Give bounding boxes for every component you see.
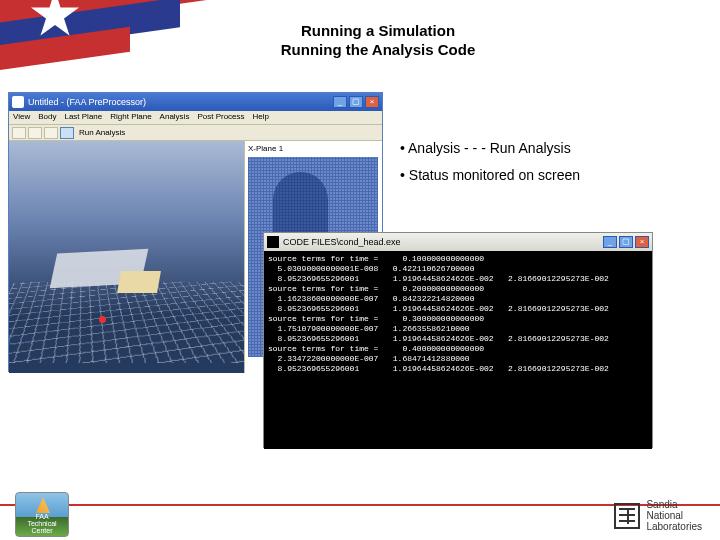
console-window: CODE FILES\cond_head.exe _ ▢ × source te…	[263, 232, 653, 448]
console-icon	[267, 236, 279, 248]
geometry-surface	[117, 271, 161, 293]
logo-text: Center	[16, 527, 68, 534]
3d-viewport[interactable]	[9, 141, 244, 373]
logo-text: Laboratories	[646, 521, 702, 532]
toolbar-label: Run Analysis	[76, 128, 128, 137]
bullet-item: Analysis - - - Run Analysis	[400, 135, 580, 162]
menu-body[interactable]: Body	[38, 112, 56, 123]
minimize-button[interactable]: _	[333, 96, 347, 108]
toolbar-button[interactable]	[12, 127, 26, 139]
panel-title: X-Plane 1	[248, 144, 379, 153]
bullet-item: Status monitored on screen	[400, 162, 580, 189]
divider	[0, 504, 720, 506]
menu-last-plane[interactable]: Last Plane	[64, 112, 102, 123]
sandia-logo: Sandia National Laboratories	[614, 499, 702, 532]
menu-view[interactable]: View	[13, 112, 30, 123]
toolbar-button[interactable]	[28, 127, 42, 139]
close-button[interactable]: ×	[635, 236, 649, 248]
decorative-banner	[0, 0, 250, 90]
title-line-1: Running a Simulation	[228, 22, 528, 39]
logo-text: FAA	[16, 513, 68, 520]
menu-right-plane[interactable]: Right Plane	[110, 112, 151, 123]
bullet-list: Analysis - - - Run Analysis Status monit…	[400, 135, 580, 188]
minimize-button[interactable]: _	[603, 236, 617, 248]
console-title: CODE FILES\cond_head.exe	[283, 237, 599, 247]
toolbar-button-selected[interactable]	[60, 127, 74, 139]
origin-marker	[99, 316, 106, 323]
faa-logo: FAA Technical Center	[15, 492, 69, 537]
maximize-button[interactable]: ▢	[619, 236, 633, 248]
logo-text: National	[646, 510, 702, 521]
logo-text: Technical	[16, 520, 68, 527]
title-line-2: Running the Analysis Code	[228, 41, 528, 58]
app-titlebar[interactable]: Untitled - (FAA PreProcessor) _ ▢ ×	[9, 93, 382, 111]
logo-text: Sandia	[646, 499, 702, 510]
slide-title: Running a Simulation Running the Analysi…	[228, 22, 528, 58]
maximize-button[interactable]: ▢	[349, 96, 363, 108]
console-output: source terms for time = 0.10000000000000…	[264, 251, 652, 449]
menu-help[interactable]: Help	[253, 112, 269, 123]
toolbar: Run Analysis	[9, 125, 382, 141]
toolbar-button[interactable]	[44, 127, 58, 139]
app-icon	[12, 96, 24, 108]
menu-post-process[interactable]: Post Process	[197, 112, 244, 123]
menu-bar: View Body Last Plane Right Plane Analysi…	[9, 111, 382, 125]
close-button[interactable]: ×	[365, 96, 379, 108]
app-title: Untitled - (FAA PreProcessor)	[28, 97, 329, 107]
sandia-mark-icon	[614, 503, 640, 529]
grid-plane	[9, 282, 244, 363]
menu-analysis[interactable]: Analysis	[160, 112, 190, 123]
console-titlebar[interactable]: CODE FILES\cond_head.exe _ ▢ ×	[264, 233, 652, 251]
